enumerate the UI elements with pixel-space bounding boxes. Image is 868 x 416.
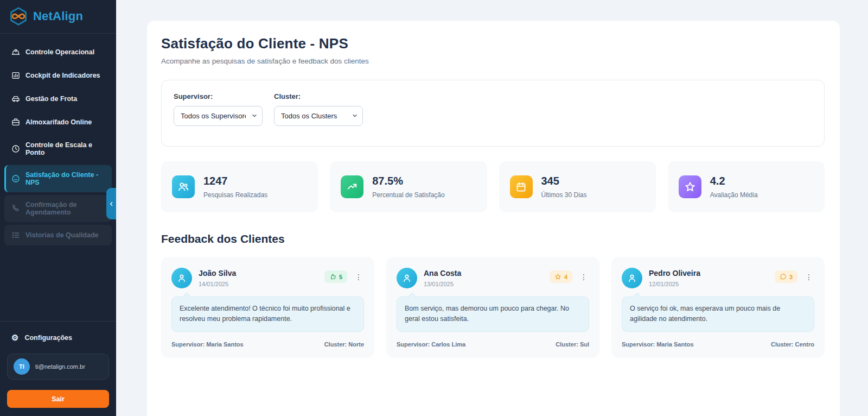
sidebar-item-cockpit-de-indicadores[interactable]: Cockpit de Indicadores [4,65,112,86]
settings-label: Configurações [24,334,72,342]
cluster-filter: Cluster: Todos os Clusters [274,92,363,126]
stat-card-avaliacao-media: 4.2 Avaliação Média [668,161,825,212]
logo-text: NetAlign [33,9,83,23]
feedback-comment: Excelente atendimento! O técnico foi mui… [171,297,364,332]
user-avatar: TI [14,358,30,375]
page-title: Satisfação do Cliente - NPS [161,35,825,52]
supervisor-select[interactable]: Todos os Supervisores [174,106,263,126]
sidebar-item-controle-de-escala-e-ponto[interactable]: Controle de Escala e Ponto [4,135,112,162]
feedback-supervisor: Supervisor: Maria Santos [622,341,694,348]
trending-up-icon [341,175,363,198]
user-email: ti@netalign.com.br [35,363,85,370]
feedback-comment: O serviço foi ok, mas esperava um pouco … [622,297,814,332]
smiley-icon [11,174,20,183]
chat-bubble-icon [780,273,787,280]
feedback-cluster: Cluster: Centro [771,341,814,348]
customer-name: Ana Costa [424,269,461,278]
toolbox-icon [11,118,20,127]
feedback-comment: Bom serviço, mas demorou um pouco para c… [397,297,589,332]
supervisor-filter: Supervisor: Todos os Supervisores [174,92,263,126]
rating-badge: 4 [550,270,572,283]
sidebar-item-almoxarifado-online[interactable]: Almoxarifado Online [4,112,112,133]
rating-count: 3 [789,274,793,280]
sidebar: NetAlign Controle Operacional Cockpit de… [0,0,116,416]
users-icon [172,175,195,198]
feedback-card: Pedro Oliveira 12/01/2025 3 ⋮ O serviço [611,257,825,358]
customer-avatar-icon [622,268,642,288]
rating-badge: 5 [324,270,347,283]
feedback-cluster: Cluster: Sul [556,341,589,348]
stat-card-pesquisas-realizadas: 1247 Pesquisas Realizadas [161,161,318,212]
logo: NetAlign [0,0,116,34]
sidebar-item-label: Confirmação de Agendamento [25,201,106,216]
customer-avatar-icon [171,268,192,288]
sidebar-item-label: Satisfação do Cliente - NPS [25,171,106,186]
stat-label: Percentual de Satisfação [372,191,444,199]
thumbs-up-icon [329,273,336,280]
stat-card-ultimos-30-dias: 345 Últimos 30 Dias [499,161,656,212]
sidebar-item-satisfacao-do-cliente-nps[interactable]: Satisfação do Cliente - NPS [4,165,112,192]
sidebar-item-vistorias-de-qualidade[interactable]: Vistorias de Qualidade [4,225,112,245]
feedback-cluster: Cluster: Norte [324,341,364,348]
sidebar-item-gestao-de-frota[interactable]: Gestão de Frota [4,89,112,109]
feedback-card: João Silva 14/01/2025 5 ⋮ Excelente ate [161,257,374,358]
netalign-logo-icon [9,7,28,26]
sidebar-item-confirmacao-de-agendamento[interactable]: Confirmação de Agendamento [4,195,112,222]
sidebar-nav: Controle Operacional Cockpit de Indicado… [0,34,116,245]
logout-button[interactable]: Sair [7,390,109,408]
supervisor-filter-label: Supervisor: [174,92,263,100]
stat-label: Pesquisas Realizadas [203,191,267,199]
stat-value: 345 [541,175,587,187]
bar-chart-icon [11,71,20,80]
feedback-card: Ana Costa 13/01/2025 4 ⋮ Bom serviço, m [386,257,599,358]
stat-label: Últimos 30 Dias [541,191,587,199]
kebab-menu-icon[interactable]: ⋮ [803,273,814,281]
sidebar-item-label: Cockpit de Indicadores [25,72,100,79]
feedback-row: João Silva 14/01/2025 5 ⋮ Excelente ate [161,257,825,358]
user-card[interactable]: TI ti@netalign.com.br [7,354,109,380]
rating-count: 4 [564,274,567,280]
gear-icon: ⚙ [11,333,18,342]
hard-hat-icon [11,48,20,56]
sidebar-item-controle-operacional[interactable]: Controle Operacional [4,42,112,62]
sidebar-item-label: Controle de Escala e Ponto [25,141,106,156]
star-icon [679,175,701,198]
filters-card: Supervisor: Todos os Supervisores Cluste… [161,80,825,147]
settings-button[interactable]: ⚙ Configurações [7,330,109,345]
customer-name: Pedro Oliveira [649,269,700,278]
main-area: Satisfação do Cliente - NPS Acompanhe as… [116,0,868,416]
calendar-icon [510,175,533,198]
feedback-date: 13/01/2025 [424,281,461,287]
page-subtitle: Acompanhe as pesquisas de satisfação e f… [161,57,825,65]
sidebar-item-label: Gestão de Frota [25,95,77,103]
sidebar-footer: ⚙ Configurações TI ti@netalign.com.br Sa… [0,321,116,416]
stats-row: 1247 Pesquisas Realizadas 87.5% Percentu… [161,161,825,212]
feedback-section-title: Feedback dos Clientes [161,232,825,245]
cluster-filter-label: Cluster: [274,92,363,100]
feedback-date: 12/01/2025 [649,281,700,287]
clock-icon [11,144,20,153]
stat-value: 87.5% [372,175,444,187]
stat-value: 4.2 [710,175,758,187]
sidebar-collapse-button[interactable] [106,188,116,219]
customer-name: João Silva [199,269,236,278]
rating-badge: 3 [775,270,797,283]
kebab-menu-icon[interactable]: ⋮ [353,273,364,281]
stat-value: 1247 [203,175,267,187]
rating-count: 5 [339,274,342,280]
chevron-left-icon [109,201,114,206]
customer-avatar-icon [397,268,417,288]
sidebar-item-label: Controle Operacional [25,48,94,56]
kebab-menu-icon[interactable]: ⋮ [578,273,589,281]
stat-card-percentual-satisfacao: 87.5% Percentual de Satisfação [330,161,487,212]
feedback-supervisor: Supervisor: Carlos Lima [397,341,465,348]
stat-label: Avaliação Média [710,191,758,199]
sidebar-item-label: Almoxarifado Online [25,118,92,126]
sidebar-item-label: Vistorias de Qualidade [25,231,99,239]
feedback-date: 14/01/2025 [199,281,236,287]
cluster-select[interactable]: Todos os Clusters [274,106,363,126]
feedback-supervisor: Supervisor: Maria Santos [171,341,244,348]
checklist-icon [11,231,20,239]
content-panel: Satisfação do Cliente - NPS Acompanhe as… [147,21,840,416]
car-icon [11,94,20,103]
